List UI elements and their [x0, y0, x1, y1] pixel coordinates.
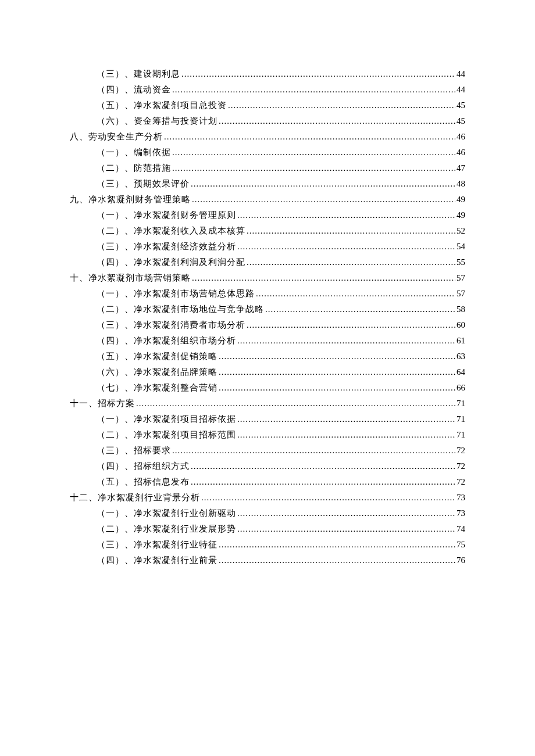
toc-leader-dots — [192, 271, 455, 285]
toc-entry-label: （四）、流动资金 — [97, 83, 171, 96]
toc-entry-page: 54 — [456, 239, 465, 253]
toc-entry: （四）、流动资金44 — [70, 83, 465, 96]
toc-entry-page: 49 — [456, 192, 465, 206]
toc-entry-page: 61 — [456, 334, 465, 347]
toc-entry: （七）、净水絮凝剂整合营销66 — [70, 381, 465, 395]
toc-entry-label: （一）、净水絮凝剂行业创新驱动 — [97, 506, 236, 520]
toc-leader-dots — [172, 83, 455, 96]
toc-leader-dots — [219, 114, 455, 128]
toc-entry-label: （一）、净水絮凝剂财务管理原则 — [97, 208, 236, 222]
toc-entry-page: 48 — [456, 177, 465, 191]
toc-entry: （一）、净水絮凝剂财务管理原则49 — [70, 208, 465, 222]
toc-entry: （四）、净水絮凝剂行业前景76 — [70, 553, 465, 567]
toc-entry: （三）、净水絮凝剂经济效益分析54 — [70, 239, 465, 253]
toc-leader-dots — [219, 381, 455, 395]
toc-leader-dots — [191, 475, 455, 489]
toc-entry: （六）、资金筹措与投资计划45 — [70, 114, 465, 128]
toc-entry-label: （三）、净水絮凝剂消费者市场分析 — [97, 318, 245, 332]
toc-entry-label: （二）、净水絮凝剂收入及成本核算 — [97, 224, 245, 238]
toc-leader-dots — [237, 522, 455, 536]
toc-leader-dots — [247, 318, 455, 332]
toc-entry-label: （一）、净水絮凝剂市场营销总体思路 — [97, 286, 255, 300]
table-of-contents: （三）、建设期利息44（四）、流动资金44（五）、净水絮凝剂项目总投资45（六）… — [70, 67, 465, 567]
toc-leader-dots — [228, 98, 455, 112]
toc-leader-dots — [201, 490, 455, 504]
toc-entry: 十、净水絮凝剂市场营销策略57 — [70, 271, 465, 285]
toc-entry-page: 72 — [456, 443, 465, 457]
toc-entry-page: 71 — [456, 412, 465, 426]
toc-entry: （二）、净水絮凝剂项目招标范围71 — [70, 428, 465, 442]
toc-entry-page: 58 — [456, 302, 465, 316]
toc-entry-page: 60 — [456, 318, 465, 332]
toc-entry-label: （二）、净水絮凝剂市场地位与竞争战略 — [97, 302, 264, 316]
toc-entry: 十一、招标方案71 — [70, 396, 465, 410]
toc-entry: （三）、预期效果评价48 — [70, 177, 465, 191]
toc-entry: （五）、招标信息发布72 — [70, 475, 465, 489]
toc-entry-label: （四）、净水絮凝剂行业前景 — [97, 553, 217, 567]
toc-entry-label: （二）、净水絮凝剂项目招标范围 — [97, 428, 236, 442]
toc-entry-page: 73 — [456, 490, 465, 504]
toc-leader-dots — [181, 67, 455, 81]
toc-leader-dots — [219, 553, 455, 567]
toc-entry-label: （五）、净水絮凝剂促销策略 — [97, 349, 217, 363]
toc-leader-dots — [172, 161, 455, 175]
toc-entry: （五）、净水絮凝剂项目总投资45 — [70, 98, 465, 112]
toc-leader-dots — [265, 302, 455, 316]
toc-entry-page: 71 — [456, 428, 465, 442]
toc-entry: （六）、净水絮凝剂品牌策略64 — [70, 365, 465, 379]
toc-entry: 九、净水絮凝剂财务管理策略49 — [70, 192, 465, 206]
toc-entry-page: 72 — [456, 475, 465, 489]
toc-entry-page: 46 — [456, 130, 465, 144]
toc-entry-page: 73 — [456, 506, 465, 520]
toc-entry-page: 63 — [456, 349, 465, 363]
toc-entry-label: （一）、净水絮凝剂项目招标依据 — [97, 412, 236, 426]
toc-leader-dots — [237, 428, 455, 442]
toc-leader-dots — [191, 459, 455, 473]
toc-entry-page: 66 — [456, 381, 465, 395]
toc-entry-label: （四）、净水絮凝剂组织市场分析 — [97, 334, 236, 347]
toc-entry: （二）、防范措施47 — [70, 161, 465, 175]
toc-entry-page: 44 — [456, 67, 465, 81]
toc-entry-label: （五）、招标信息发布 — [97, 475, 190, 489]
toc-leader-dots — [191, 177, 455, 191]
toc-entry-page: 47 — [456, 161, 465, 175]
toc-entry-label: 九、净水絮凝剂财务管理策略 — [70, 192, 191, 206]
toc-entry-page: 45 — [456, 114, 465, 128]
toc-entry: （一）、净水絮凝剂市场营销总体思路57 — [70, 286, 465, 300]
toc-entry-page: 72 — [456, 459, 465, 473]
toc-entry: （二）、净水絮凝剂行业发展形势74 — [70, 522, 465, 536]
toc-leader-dots — [237, 239, 455, 253]
toc-entry: 八、劳动安全生产分析46 — [70, 130, 465, 144]
toc-leader-dots — [256, 286, 455, 300]
toc-entry: （一）、净水絮凝剂行业创新驱动73 — [70, 506, 465, 520]
toc-leader-dots — [172, 145, 455, 159]
toc-leader-dots — [164, 130, 455, 144]
toc-entry: （四）、净水絮凝剂利润及利润分配55 — [70, 255, 465, 269]
toc-entry-page: 71 — [456, 396, 465, 410]
toc-entry-label: （四）、净水絮凝剂利润及利润分配 — [97, 255, 245, 269]
toc-entry-label: （五）、净水絮凝剂项目总投资 — [97, 98, 227, 112]
toc-leader-dots — [136, 396, 455, 410]
toc-entry-page: 45 — [456, 98, 465, 112]
toc-leader-dots — [237, 412, 455, 426]
toc-leader-dots — [172, 443, 455, 457]
toc-entry-page: 57 — [456, 271, 465, 285]
toc-entry-page: 57 — [456, 286, 465, 300]
toc-leader-dots — [219, 349, 455, 363]
toc-entry-label: （七）、净水絮凝剂整合营销 — [97, 381, 217, 395]
toc-entry-page: 55 — [456, 255, 465, 269]
toc-entry: 十二、净水絮凝剂行业背景分析73 — [70, 490, 465, 504]
toc-entry-label: 十一、招标方案 — [70, 396, 135, 410]
toc-entry-label: （三）、招标要求 — [97, 443, 171, 457]
toc-entry: （三）、净水絮凝剂行业特征75 — [70, 538, 465, 551]
toc-entry-label: （三）、预期效果评价 — [97, 177, 190, 191]
toc-entry: （一）、编制依据46 — [70, 145, 465, 159]
toc-entry-label: （四）、招标组织方式 — [97, 459, 190, 473]
toc-leader-dots — [192, 192, 455, 206]
toc-entry-page: 44 — [456, 83, 465, 96]
toc-leader-dots — [237, 506, 455, 520]
toc-entry-label: （一）、编制依据 — [97, 145, 171, 159]
toc-entry: （三）、招标要求72 — [70, 443, 465, 457]
toc-entry-label: （二）、净水絮凝剂行业发展形势 — [97, 522, 236, 536]
toc-entry-label: （三）、净水絮凝剂行业特征 — [97, 538, 217, 551]
